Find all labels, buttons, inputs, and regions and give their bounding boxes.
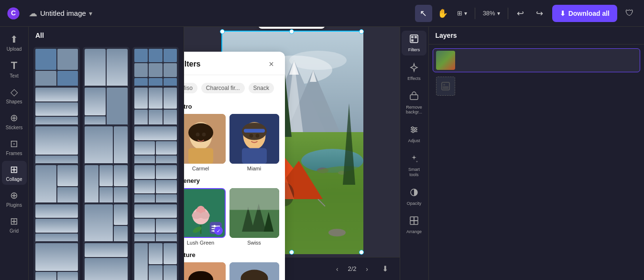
svg-rect-47 xyxy=(188,148,213,164)
list-item[interactable]: ✓ Lush Green xyxy=(184,188,226,246)
svg-rect-88 xyxy=(415,36,417,38)
toolbar-separator xyxy=(475,8,475,19)
rtool-filters[interactable]: Filters xyxy=(402,31,426,56)
redo-button[interactable]: ↪ xyxy=(531,5,548,22)
title-chevron-icon[interactable]: ▾ xyxy=(89,10,92,17)
layer-thumb xyxy=(436,51,455,70)
filter-section-scenery: Scenery xyxy=(184,177,279,184)
shield-button[interactable]: 🛡 xyxy=(621,5,638,22)
svg-point-45 xyxy=(196,133,199,136)
sidebar-item-shapes[interactable]: ◇ Shapes xyxy=(2,83,27,107)
sidebar-item-stickers[interactable]: ⊕ Stickers xyxy=(2,109,27,133)
list-item[interactable]: Swiss xyxy=(229,188,279,246)
opacity-icon xyxy=(409,187,419,200)
adjust-icon xyxy=(409,124,419,137)
rtool-arrange[interactable]: Arrange xyxy=(402,213,426,237)
download-icon-button[interactable]: ⬇ xyxy=(378,261,393,277)
filter-thumb-lush[interactable]: ✓ xyxy=(184,188,226,238)
list-item[interactable] xyxy=(184,262,226,280)
filter-thumb-nature2[interactable] xyxy=(229,262,279,280)
svg-point-40 xyxy=(328,229,346,236)
layout-tool-button[interactable]: ⊞ ▾ xyxy=(453,5,471,22)
hand-tool-button[interactable]: ✋ xyxy=(434,5,451,22)
selection-handle-tr[interactable] xyxy=(359,29,364,34)
svg-point-53 xyxy=(255,134,259,138)
filters-header: Filters × xyxy=(184,52,285,75)
selected-check-icon: ✓ xyxy=(214,226,223,235)
filter-scenery-grid: ✓ Lush Green xyxy=(184,188,279,246)
sidebar-item-stickers-label: Stickers xyxy=(6,125,23,130)
filter-label-miami: Miami xyxy=(247,166,261,171)
sidebar-item-text[interactable]: T Text xyxy=(2,56,27,81)
list-item[interactable] xyxy=(132,241,179,280)
rtool-adjust[interactable]: Adjust xyxy=(402,122,426,146)
svg-point-94 xyxy=(412,127,414,129)
collage-panel: All xyxy=(29,27,184,280)
layers-header: Layers xyxy=(429,27,644,45)
rtool-remove-bg-label: Remove backgr... xyxy=(404,105,425,115)
top-bar: C ☁ Untitled image ▾ ↖ ✋ ⊞ ▾ 38% ▾ ↩ ↪ ⬇… xyxy=(0,0,644,27)
filter-label-swiss: Swiss xyxy=(247,240,261,246)
filters-close-button[interactable]: × xyxy=(266,58,277,70)
sidebar-item-frames[interactable]: ⊡ Frames xyxy=(2,135,27,159)
layer-item[interactable] xyxy=(433,48,641,72)
rtool-effects[interactable]: Effects xyxy=(402,59,426,84)
filter-label-lush: Lush Green xyxy=(187,240,214,246)
effects-icon xyxy=(409,62,419,75)
zoom-button[interactable]: 38% ▾ xyxy=(479,5,504,22)
select-tool-button[interactable]: ↖ xyxy=(415,5,432,22)
frames-icon: ⊡ xyxy=(10,138,18,149)
selection-handle-tm[interactable] xyxy=(289,29,294,34)
filter-thumb-nature1[interactable] xyxy=(184,262,226,280)
sidebar-item-upload-label: Upload xyxy=(7,46,22,52)
sidebar-item-upload[interactable]: ⬆ Upload xyxy=(2,31,27,55)
left-sidebar: ⬆ Upload T Text ◇ Shapes ⊕ Stickers ⊡ Fr… xyxy=(0,27,29,280)
rtool-smart-tools-label: Smart tools xyxy=(404,167,425,178)
selection-handle-br[interactable] xyxy=(359,250,364,255)
rtool-remove-bg[interactable]: Remove backgr... xyxy=(402,88,426,118)
selection-handle-bm[interactable] xyxy=(289,250,294,255)
toolbar-tools: ↖ ✋ ⊞ ▾ 38% ▾ ↩ ↪ xyxy=(415,5,548,22)
svg-rect-101 xyxy=(414,221,418,224)
sidebar-item-shapes-label: Shapes xyxy=(6,99,22,104)
logo[interactable]: C xyxy=(6,6,21,21)
collage-thumbs-grid xyxy=(29,44,184,280)
filter-thumb-carmel[interactable] xyxy=(184,114,226,164)
sidebar-item-collage[interactable]: ⊞ Collage xyxy=(2,161,27,185)
list-item[interactable] xyxy=(83,241,129,280)
filters-scroll[interactable]: Miso Charcoal fir... Snack Retro xyxy=(184,75,285,280)
sidebar-item-grid[interactable]: ⊞ Grid xyxy=(2,213,27,236)
svg-rect-89 xyxy=(411,39,414,42)
layer-item[interactable] xyxy=(433,74,641,98)
svg-point-52 xyxy=(249,134,253,138)
list-item[interactable] xyxy=(229,262,279,280)
rtool-smart-tools[interactable]: Smart tools xyxy=(402,150,426,180)
cloud-icon: ☁ xyxy=(29,8,37,19)
document-title[interactable]: Untitled image xyxy=(40,9,86,17)
rtool-arrange-label: Arrange xyxy=(406,229,422,235)
prev-page-button[interactable]: ‹ xyxy=(330,262,344,276)
next-page-button[interactable]: › xyxy=(360,262,374,276)
shapes-icon: ◇ xyxy=(11,86,18,98)
svg-rect-51 xyxy=(243,129,264,133)
rtool-opacity-label: Opacity xyxy=(407,201,422,206)
sidebar-item-plugins[interactable]: ⊕ Plugins xyxy=(2,187,27,211)
filter-thumb-miami[interactable] xyxy=(229,114,279,164)
list-item[interactable]: Miami xyxy=(229,114,279,171)
rtool-opacity[interactable]: Opacity xyxy=(402,184,426,209)
filter-section-retro: Retro xyxy=(184,103,279,110)
svg-point-58 xyxy=(192,212,201,219)
filter-pill-charcoal[interactable]: Charcoal fir... xyxy=(201,83,245,93)
filter-pill-miso[interactable]: Miso xyxy=(184,83,197,93)
filter-pill-snack[interactable]: Snack xyxy=(249,83,274,93)
undo-button[interactable]: ↩ xyxy=(512,5,529,22)
download-label: Download all xyxy=(568,10,610,17)
svg-rect-99 xyxy=(414,217,418,221)
filter-thumb-swiss[interactable] xyxy=(229,188,279,238)
list-item[interactable] xyxy=(33,241,80,280)
selection-handle-tl[interactable] xyxy=(220,29,225,34)
filter-label-carmel: Carmel xyxy=(192,166,209,171)
download-all-button[interactable]: ⬇ Download all xyxy=(552,5,617,22)
list-item[interactable]: Carmel xyxy=(184,114,226,171)
upload-icon: ⬆ xyxy=(10,34,18,45)
